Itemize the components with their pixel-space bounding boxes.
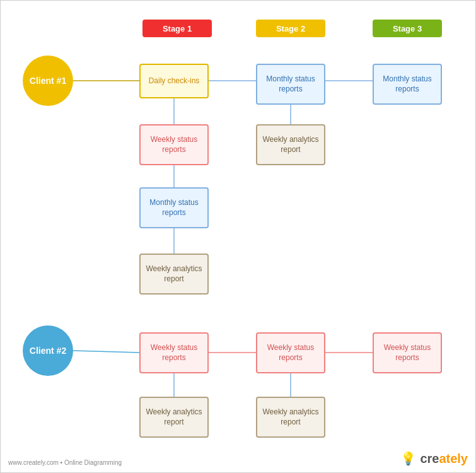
daily-checkins-node: Daily check-ins bbox=[139, 64, 209, 98]
stage1-label: Stage 1 bbox=[142, 20, 212, 37]
creately-logo: 💡 creately bbox=[400, 451, 468, 466]
stage3-label: Stage 3 bbox=[373, 20, 442, 37]
creately-bulb-icon: 💡 bbox=[400, 451, 416, 466]
client1-circle: Client #1 bbox=[23, 55, 73, 106]
c2-s2-analytics-node: Weekly analytics report bbox=[256, 397, 325, 438]
diagram-canvas: Stage 1 Stage 2 Stage 3 Client #1 bbox=[0, 0, 476, 473]
c1-s1-weekly-node: Weekly status reports bbox=[139, 124, 209, 165]
c1-s2-monthly-node: Monthly status reports bbox=[256, 64, 325, 105]
c2-s2-weekly-node: Weekly status reports bbox=[256, 332, 325, 373]
creately-url: www.creately.com • Online Diagramming bbox=[8, 459, 122, 466]
c1-s2-analytics-node: Weekly analytics report bbox=[256, 124, 325, 165]
c2-s1-analytics-node: Weekly analytics report bbox=[139, 397, 209, 438]
c1-s1-analytics-node: Weekly analytics report bbox=[139, 254, 209, 295]
svg-line-7 bbox=[73, 351, 139, 353]
c1-s1-monthly-node: Monthly status reports bbox=[139, 187, 209, 228]
stage2-label: Stage 2 bbox=[256, 20, 325, 37]
c2-s1-weekly-node: Weekly status reports bbox=[139, 332, 209, 373]
c1-s3-monthly-node: Monthly status reports bbox=[373, 64, 442, 105]
c2-s3-weekly-node: Weekly status reports bbox=[373, 332, 442, 373]
client2-circle: Client #2 bbox=[23, 325, 73, 376]
